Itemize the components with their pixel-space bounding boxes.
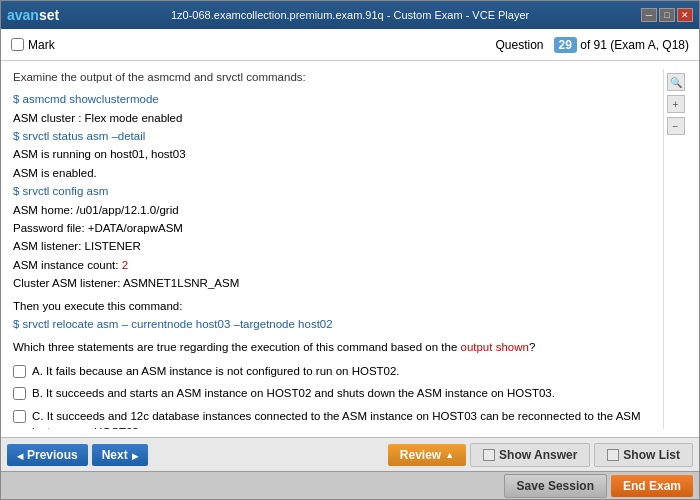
maximize-button[interactable]: □ [659, 8, 675, 22]
out-1: ASM cluster : Flex mode enabled [13, 109, 655, 127]
out-6: ASM listener: LISTENER [13, 237, 655, 255]
main-content: Examine the output of the asmcmd and srv… [13, 69, 663, 429]
mark-checkbox[interactable] [11, 38, 24, 51]
answer-b-text: B. It succeeds and starts an ASM instanc… [32, 385, 555, 401]
cmd-2: $ srvctl status asm –detail [13, 127, 655, 145]
answer-b: B. It succeeds and starts an ASM instanc… [13, 385, 655, 401]
question-total: of 91 [580, 38, 607, 52]
status-bar: Save Session End Exam [1, 471, 699, 499]
logo-set: set [39, 7, 59, 23]
search-icon[interactable]: 🔍 [667, 73, 685, 91]
previous-arrow-icon [17, 448, 23, 462]
show-answer-button[interactable]: Show Answer [470, 443, 590, 467]
question-block: Examine the output of the asmcmd and srv… [13, 69, 655, 353]
out-3: ASM is enabled. [13, 164, 655, 182]
answer-b-checkbox[interactable] [13, 387, 26, 400]
window-title: 1z0-068.examcollection.premium.exam.91q … [59, 9, 641, 21]
end-exam-label: End Exam [623, 479, 681, 493]
show-answer-checkbox-icon [483, 449, 495, 461]
answer-c-text: C. It succeeds and 12c database instance… [32, 408, 655, 429]
show-answer-label: Show Answer [499, 448, 577, 462]
end-exam-button[interactable]: End Exam [611, 475, 693, 497]
content-area: Examine the output of the asmcmd and srv… [1, 61, 699, 437]
answer-c-checkbox[interactable] [13, 410, 26, 423]
cmd-4: $ srvctl relocate asm – currentnode host… [13, 315, 655, 333]
out-7: ASM instance count: 2 [13, 256, 655, 274]
sidebar-icons: 🔍 + − [663, 69, 687, 429]
bottom-toolbar: Previous Next Review ▲ Show Answer Show … [1, 437, 699, 471]
out-4: ASM home: /u01/app/12.1.0/grid [13, 201, 655, 219]
out-5: Password file: +DATA/orapwASM [13, 219, 655, 237]
logo: avanset [7, 7, 59, 23]
answer-c: C. It succeeds and 12c database instance… [13, 408, 655, 429]
review-button[interactable]: Review ▲ [388, 444, 466, 466]
next-arrow-icon [132, 448, 138, 462]
show-list-label: Show List [623, 448, 680, 462]
cmd-3: $ srvctl config asm [13, 182, 655, 200]
zoom-out-icon[interactable]: − [667, 117, 685, 135]
mark-section: Mark [11, 38, 55, 52]
review-chevron-icon: ▲ [445, 450, 454, 460]
main-window: avanset 1z0-068.examcollection.premium.e… [0, 0, 700, 500]
previous-label: Previous [27, 448, 78, 462]
answers-section: A. It fails because an ASM instance is n… [13, 363, 655, 429]
zoom-in-icon[interactable]: + [667, 95, 685, 113]
close-button[interactable]: ✕ [677, 8, 693, 22]
command-output: $ asmcmd showclustermode ASM cluster : F… [13, 90, 655, 333]
next-label: Next [102, 448, 128, 462]
save-session-label: Save Session [517, 479, 594, 493]
show-list-checkbox-icon [607, 449, 619, 461]
question-info: Question 29 of 91 (Exam A, Q18) [495, 38, 689, 52]
cmd-1: $ asmcmd showclustermode [13, 90, 655, 108]
question-header: Mark Question 29 of 91 (Exam A, Q18) [1, 29, 699, 61]
answer-a-checkbox[interactable] [13, 365, 26, 378]
question-label: Question [495, 38, 543, 52]
next-button[interactable]: Next [92, 444, 148, 466]
mark-label: Mark [28, 38, 55, 52]
logo-avan: avan [7, 7, 39, 23]
window-controls: ─ □ ✕ [641, 8, 693, 22]
question-number-badge: 29 [554, 37, 577, 53]
minimize-button[interactable]: ─ [641, 8, 657, 22]
review-label: Review [400, 448, 441, 462]
out-2: ASM is running on host01, host03 [13, 145, 655, 163]
answer-a-text: A. It fails because an ASM instance is n… [32, 363, 400, 379]
then-text: Then you execute this command: [13, 297, 655, 315]
out-8: Cluster ASM listener: ASMNET1LSNR_ASM [13, 274, 655, 292]
question-intro: Examine the output of the asmcmd and srv… [13, 69, 655, 86]
exam-info: (Exam A, Q18) [610, 38, 689, 52]
show-list-button[interactable]: Show List [594, 443, 693, 467]
title-bar-left: avanset [7, 7, 59, 23]
save-session-button[interactable]: Save Session [504, 474, 607, 498]
previous-button[interactable]: Previous [7, 444, 88, 466]
question-prompt: Which three statements are true regardin… [13, 341, 655, 353]
title-bar: avanset 1z0-068.examcollection.premium.e… [1, 1, 699, 29]
answer-a: A. It fails because an ASM instance is n… [13, 363, 655, 379]
